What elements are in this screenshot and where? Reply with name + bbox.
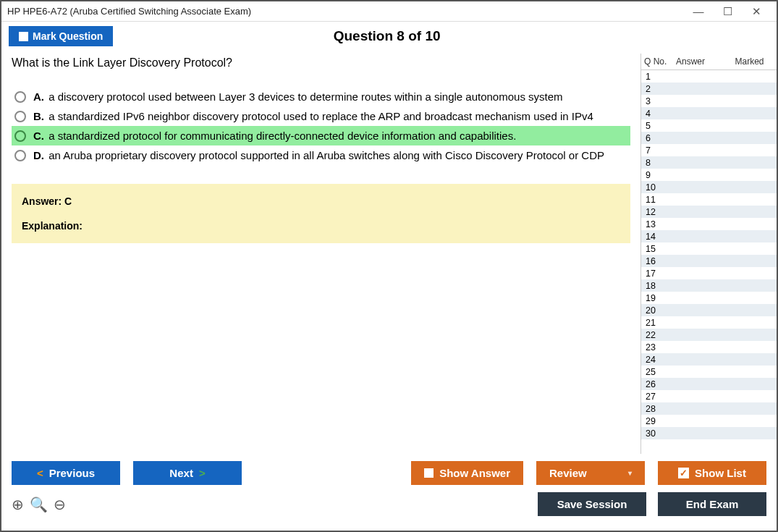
sidebar-row[interactable]: 30	[641, 427, 777, 439]
sidebar-qno: 1	[646, 72, 673, 82]
mark-question-button[interactable]: Mark Question	[9, 26, 113, 46]
zoom-in-icon[interactable]: ⊕	[12, 496, 24, 513]
sidebar-qno: 20	[646, 305, 673, 316]
button-row-2: ⊕ 🔍 ⊖ Save Session End Exam	[12, 492, 766, 516]
sidebar-row[interactable]: 2	[641, 83, 777, 95]
sidebar-row[interactable]: 12	[641, 206, 777, 218]
chevron-left-icon: <	[37, 467, 43, 479]
col-qno: Q No.	[644, 56, 676, 67]
radio-icon[interactable]	[14, 111, 26, 122]
maximize-icon[interactable]: ☐	[713, 5, 742, 18]
sidebar-row[interactable]: 20	[641, 304, 777, 316]
col-answer: Answer	[676, 56, 725, 67]
sidebar-qno: 29	[646, 416, 673, 426]
sidebar-row[interactable]: 27	[641, 390, 777, 402]
sidebar-qno: 13	[646, 219, 673, 229]
sidebar-qno: 18	[646, 281, 673, 291]
review-button[interactable]: Review ▾	[536, 461, 645, 485]
sidebar-row[interactable]: 10	[641, 181, 777, 193]
sidebar-qno: 28	[646, 404, 673, 414]
minimize-icon[interactable]: —	[684, 5, 713, 17]
explanation-label: Explanation:	[22, 220, 620, 232]
sidebar-header: Q No. Answer Marked	[641, 54, 777, 70]
close-icon[interactable]: ✕	[742, 5, 771, 18]
sidebar-row[interactable]: 28	[641, 402, 777, 415]
answer-label: Answer: C	[22, 195, 620, 207]
sidebar-row[interactable]: 11	[641, 193, 777, 206]
checked-icon: ✓	[678, 468, 689, 478]
sidebar-row[interactable]: 25	[641, 366, 777, 378]
sidebar-qno: 12	[646, 207, 673, 217]
question-panel: What is the Link Layer Discovery Protoco…	[1, 54, 640, 454]
sidebar-row[interactable]: 13	[641, 218, 777, 230]
review-label: Review	[549, 467, 587, 479]
zoom-out-icon[interactable]: ⊖	[54, 496, 66, 513]
sidebar-row[interactable]: 1	[641, 70, 777, 83]
next-button[interactable]: Next >	[133, 461, 242, 485]
show-answer-button[interactable]: Show Answer	[411, 461, 523, 485]
question-counter: Question 8 of 10	[113, 28, 661, 44]
question-list-sidebar: Q No. Answer Marked 12345678910111213141…	[640, 54, 777, 454]
titlebar: HP HPE6-A72 (Aruba Certified Switching A…	[1, 1, 777, 22]
sidebar-row[interactable]: 29	[641, 415, 777, 427]
save-session-button[interactable]: Save Session	[538, 492, 646, 516]
sidebar-qno: 15	[646, 244, 673, 254]
option-row[interactable]: D. an Aruba proprietary discovery protoc…	[12, 145, 630, 165]
zoom-reset-icon[interactable]: 🔍	[30, 496, 48, 513]
sidebar-row[interactable]: 6	[641, 132, 777, 144]
sidebar-row[interactable]: 9	[641, 169, 777, 181]
chevron-down-icon: ▾	[628, 469, 632, 477]
sidebar-qno: 3	[646, 96, 673, 106]
sidebar-row[interactable]: 3	[641, 95, 777, 107]
topbar: Mark Question Question 8 of 10	[1, 22, 777, 54]
sidebar-qno: 27	[646, 392, 673, 402]
sidebar-qno: 11	[646, 195, 673, 205]
radio-icon[interactable]	[14, 150, 26, 161]
sidebar-qno: 8	[646, 158, 673, 168]
option-text: C. a standardized protocol for communica…	[33, 130, 516, 142]
sidebar-row[interactable]: 18	[641, 279, 777, 292]
sidebar-row[interactable]: 5	[641, 119, 777, 132]
radio-icon[interactable]	[14, 130, 26, 142]
sidebar-row[interactable]: 15	[641, 242, 777, 255]
checkbox-icon	[19, 32, 28, 41]
option-row[interactable]: C. a standardized protocol for communica…	[12, 126, 630, 145]
sidebar-qno: 2	[646, 84, 673, 94]
sidebar-qno: 4	[646, 109, 673, 119]
sidebar-qno: 26	[646, 379, 673, 389]
sidebar-row[interactable]: 4	[641, 107, 777, 119]
sidebar-qno: 7	[646, 145, 673, 156]
sidebar-row[interactable]: 21	[641, 316, 777, 329]
option-text: D. an Aruba proprietary discovery protoc…	[33, 149, 604, 161]
sidebar-row[interactable]: 23	[641, 341, 777, 353]
sidebar-qno: 5	[646, 121, 673, 131]
col-marked: Marked	[725, 56, 774, 67]
option-row[interactable]: B. a standardized IPv6 neighbor discover…	[12, 106, 630, 126]
sidebar-row[interactable]: 8	[641, 156, 777, 169]
end-exam-button[interactable]: End Exam	[658, 492, 766, 516]
sidebar-qno: 30	[646, 428, 673, 439]
previous-label: Previous	[49, 467, 95, 479]
option-row[interactable]: A. a discovery protocol used between Lay…	[12, 87, 630, 106]
next-label: Next	[169, 467, 193, 479]
sidebar-row[interactable]: 14	[641, 230, 777, 242]
sidebar-row[interactable]: 26	[641, 378, 777, 390]
zoom-controls: ⊕ 🔍 ⊖	[12, 496, 66, 513]
sidebar-row[interactable]: 17	[641, 267, 777, 279]
sidebar-row[interactable]: 22	[641, 329, 777, 341]
sidebar-row[interactable]: 19	[641, 292, 777, 304]
options-list: A. a discovery protocol used between Lay…	[12, 87, 630, 165]
sidebar-qno: 23	[646, 342, 673, 352]
show-list-button[interactable]: ✓ Show List	[658, 461, 766, 485]
sidebar-qno: 25	[646, 367, 673, 377]
radio-icon[interactable]	[14, 91, 26, 103]
previous-button[interactable]: < Previous	[12, 461, 120, 485]
sidebar-rows[interactable]: 1234567891011121314151617181920212223242…	[641, 70, 777, 454]
button-row-1: < Previous Next > Show Answer Review ▾ ✓…	[12, 461, 766, 485]
sidebar-row[interactable]: 7	[641, 144, 777, 156]
end-exam-label: End Exam	[686, 498, 739, 510]
app-window: HP HPE6-A72 (Aruba Certified Switching A…	[0, 0, 778, 532]
question-text: What is the Link Layer Discovery Protoco…	[12, 56, 630, 69]
sidebar-row[interactable]: 16	[641, 255, 777, 267]
sidebar-row[interactable]: 24	[641, 353, 777, 366]
